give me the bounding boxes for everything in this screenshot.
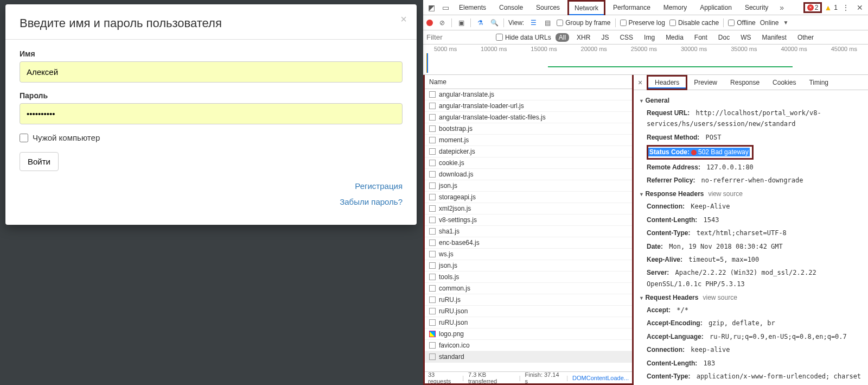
request-row[interactable]: download.js — [425, 169, 632, 180]
tab-elements[interactable]: Elements — [454, 0, 492, 15]
request-row[interactable]: bootstrap.js — [425, 123, 632, 135]
request-row[interactable]: ruRU.json — [425, 317, 632, 329]
register-link[interactable]: Регистрация — [355, 181, 403, 191]
filter-input[interactable] — [426, 33, 492, 41]
filter-icon[interactable]: ⚗ — [475, 19, 485, 27]
request-row[interactable]: angular-translate-loader-static-files.js — [425, 112, 632, 123]
request-name: angular-translate-loader-static-files.js — [439, 113, 546, 121]
tab-performance[interactable]: Performance — [608, 0, 656, 15]
status-domcontentloaded[interactable]: DOMContentLoade... — [572, 375, 629, 381]
details-tab-headers[interactable]: Headers — [647, 75, 687, 90]
search-icon[interactable]: 🔍 — [489, 19, 499, 27]
tick: 25000 ms — [631, 46, 657, 52]
clear-icon[interactable]: ⊘ — [437, 19, 447, 27]
request-name: favicon.ico — [439, 342, 470, 349]
details-tab-timing[interactable]: Timing — [802, 75, 835, 90]
filter-css[interactable]: CSS — [616, 33, 636, 42]
section-title[interactable]: Request Headersview source — [639, 294, 863, 301]
filter-doc[interactable]: Doc — [715, 33, 733, 42]
close-icon[interactable]: × — [400, 13, 407, 26]
request-row[interactable]: common.js — [425, 283, 632, 294]
tab-security[interactable]: Security — [739, 0, 774, 15]
password-input[interactable] — [20, 103, 403, 124]
request-row[interactable]: sha1.js — [425, 226, 632, 237]
request-name: ruRU.json — [439, 319, 468, 326]
filter-other[interactable]: Other — [794, 33, 817, 42]
filter-font[interactable]: Font — [691, 33, 711, 42]
file-icon — [429, 137, 436, 143]
request-row[interactable]: storageapi.js — [425, 192, 632, 203]
name-header[interactable]: Name — [425, 75, 632, 89]
view-source-link[interactable]: view source — [708, 190, 742, 198]
filter-ws[interactable]: WS — [737, 33, 754, 42]
more-tabs-icon[interactable]: » — [776, 2, 788, 14]
record-button[interactable] — [426, 20, 433, 26]
error-count-badge[interactable]: 2 — [803, 2, 822, 13]
camera-icon[interactable]: ▣ — [456, 19, 466, 27]
section-title[interactable]: Response Headersview source — [639, 190, 863, 198]
kebab-menu-icon[interactable]: ⋮ — [840, 2, 852, 14]
device-icon[interactable]: ▭ — [439, 2, 451, 14]
login-button[interactable]: Войти — [20, 152, 59, 171]
request-row[interactable]: json.js — [425, 260, 632, 272]
request-row[interactable]: datepicker.js — [425, 146, 632, 157]
tab-memory[interactable]: Memory — [658, 0, 692, 15]
offline-checkbox[interactable]: Offline — [728, 19, 755, 27]
request-row[interactable]: tools.js — [425, 272, 632, 283]
request-row[interactable]: v8-settings.js — [425, 214, 632, 226]
header-row: Connection: Keep-Alive — [639, 200, 863, 213]
tab-sources[interactable]: Sources — [531, 0, 565, 15]
hide-data-urls-checkbox[interactable]: Hide data URLs — [496, 34, 551, 41]
preserve-log-checkbox[interactable]: Preserve log — [620, 19, 665, 27]
request-row[interactable]: ws.js — [425, 249, 632, 260]
request-row[interactable]: ruRU.json — [425, 306, 632, 317]
filter-js[interactable]: JS — [598, 33, 612, 42]
request-row[interactable]: moment.js — [425, 135, 632, 146]
details-tab-preview[interactable]: Preview — [687, 75, 724, 90]
foreign-checkbox[interactable] — [20, 134, 28, 142]
details-tab-response[interactable]: Response — [724, 75, 766, 90]
filter-media[interactable]: Media — [662, 33, 687, 42]
request-row[interactable]: angular-translate.js — [425, 89, 632, 100]
online-label[interactable]: Online — [760, 19, 779, 27]
view-list-icon[interactable]: ☰ — [528, 19, 538, 27]
request-row[interactable]: cookie.js — [425, 157, 632, 169]
file-icon — [429, 148, 436, 155]
warning-icon[interactable]: ▲ — [824, 3, 832, 12]
tab-network[interactable]: Network — [567, 0, 605, 15]
login-dialog: × Введите имя и пароль пользователя Имя … — [5, 4, 417, 225]
throttling-dropdown-icon[interactable]: ▼ — [783, 20, 788, 26]
inspect-icon[interactable]: ◩ — [425, 2, 437, 14]
network-timeline[interactable]: 5000 ms 10000 ms 15000 ms 20000 ms 25000… — [423, 45, 868, 75]
request-row[interactable]: standard — [425, 351, 632, 363]
filter-xhr[interactable]: XHR — [573, 33, 593, 42]
close-details-icon[interactable]: × — [634, 78, 647, 87]
request-row[interactable]: xml2json.js — [425, 203, 632, 214]
forgot-password-link[interactable]: Забыли пароль? — [340, 197, 403, 206]
request-row[interactable]: favicon.ico — [425, 340, 632, 351]
name-input[interactable] — [20, 61, 403, 83]
header-row: Connection: keep-alive — [639, 343, 863, 356]
foreign-label[interactable]: Чужой компьютер — [33, 133, 100, 142]
request-row[interactable]: ruRU.js — [425, 294, 632, 306]
section-title[interactable]: General — [639, 97, 863, 104]
filter-manifest[interactable]: Manifest — [759, 33, 790, 42]
file-icon — [429, 285, 436, 292]
view-frame-icon[interactable]: ▤ — [542, 19, 552, 27]
close-devtools-icon[interactable]: ✕ — [854, 2, 866, 14]
request-row[interactable]: angular-translate-loader-url.js — [425, 100, 632, 112]
requests-list[interactable]: angular-translate.jsangular-translate-lo… — [425, 89, 632, 371]
request-name: ws.js — [439, 250, 454, 258]
view-source-link[interactable]: view source — [703, 294, 737, 301]
disable-cache-checkbox[interactable]: Disable cache — [669, 19, 719, 27]
filter-all[interactable]: All — [556, 33, 569, 42]
group-by-frame-checkbox[interactable]: Group by frame — [557, 19, 610, 27]
tab-application[interactable]: Application — [694, 0, 737, 15]
tab-console[interactable]: Console — [494, 0, 528, 15]
details-tab-cookies[interactable]: Cookies — [766, 75, 802, 90]
request-row[interactable]: logo.png — [425, 329, 632, 340]
request-row[interactable]: enc-base64.js — [425, 237, 632, 249]
request-row[interactable]: json.js — [425, 180, 632, 192]
filter-img[interactable]: Img — [641, 33, 658, 42]
request-name: cookie.js — [439, 159, 464, 167]
